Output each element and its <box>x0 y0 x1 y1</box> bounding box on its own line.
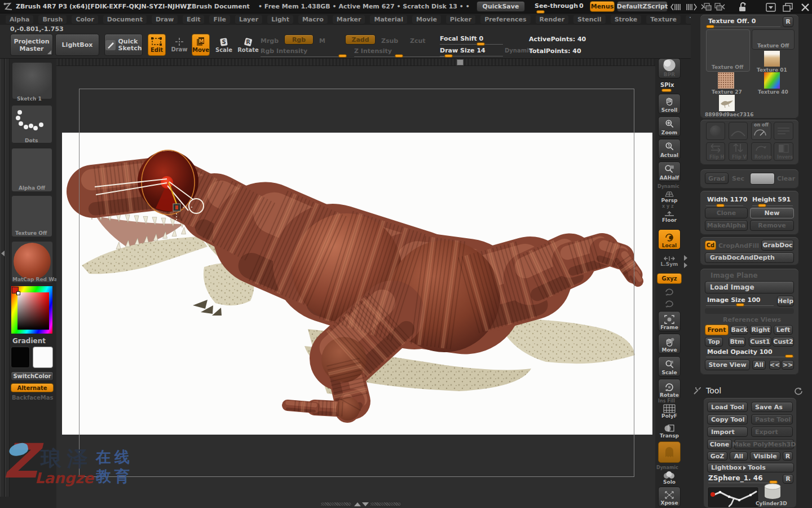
texture-hash-thumbnail[interactable] <box>719 95 735 111</box>
ghost-button[interactable] <box>658 441 681 463</box>
clone-tool-button[interactable]: Clone <box>707 439 732 449</box>
view-back-button[interactable]: Back <box>731 325 748 335</box>
left-divider-strip-1[interactable] <box>0 59 5 497</box>
copy-tool-button[interactable]: Copy Tool <box>707 414 748 424</box>
image-plane-header[interactable]: Image Plane <box>710 271 758 279</box>
menu-item-texture[interactable]: Texture <box>646 15 681 24</box>
draw-size-slider[interactable] <box>444 54 453 58</box>
xpose-button[interactable]: Xpose <box>658 487 681 507</box>
lightbox-tools-button[interactable]: Lightbox Tools <box>707 463 794 472</box>
z-intensity-slider[interactable] <box>395 54 403 58</box>
menu-item-picker[interactable]: Picker <box>446 15 475 24</box>
bottom-scroll-right[interactable] <box>370 502 401 506</box>
gradient-label[interactable]: Gradient <box>12 337 46 345</box>
left-collapse-arrow-icon[interactable] <box>1 251 5 256</box>
right-divider-arrow-2[interactable] <box>684 262 687 268</box>
switch-color-button[interactable]: SwitchColor <box>11 371 54 381</box>
next-view-button[interactable]: >> <box>782 360 794 370</box>
grabdoc-button[interactable]: GrabDoc <box>761 240 794 251</box>
scroll-down-icon[interactable] <box>362 502 369 506</box>
canvas-top-scroll-handle[interactable] <box>457 59 464 65</box>
texture-onoff-tile[interactable]: on off <box>751 122 771 140</box>
shelf-scale-button[interactable]: Scale <box>658 356 681 376</box>
rgb-intensity-track[interactable] <box>261 56 346 57</box>
export-button[interactable]: Export <box>751 427 793 437</box>
reference-views-header[interactable]: Reference Views <box>723 316 781 323</box>
make-alpha-button[interactable]: MakeAlpha <box>705 220 748 231</box>
backface-label[interactable]: BackfaceMas <box>12 395 53 401</box>
mrgb-toggle[interactable]: Mrgb <box>261 37 279 45</box>
goz-r-button[interactable]: R <box>783 452 793 461</box>
grad-button[interactable]: Grad <box>705 173 729 184</box>
sketch-thumbnail[interactable] <box>12 62 52 99</box>
menu-item-brush[interactable]: Brush <box>38 15 67 24</box>
clone-doc-button[interactable]: Clone <box>705 208 748 218</box>
sec-color-swatch[interactable] <box>750 173 775 185</box>
gxyz-button[interactable]: Gxyz <box>657 273 682 284</box>
import-button[interactable]: Import <box>707 427 748 437</box>
edit-button[interactable]: Edit <box>148 34 166 56</box>
store-view-button[interactable]: Store View <box>705 360 750 370</box>
floor-button[interactable]: Floor <box>658 208 681 223</box>
prev-view-button[interactable]: << <box>769 360 780 370</box>
invers-tile[interactable]: Invers <box>774 142 793 161</box>
spix-slider[interactable] <box>661 89 672 92</box>
crop-and-fill-button[interactable]: CropAndFill <box>718 242 759 249</box>
texture-40-thumbnail[interactable] <box>764 72 780 89</box>
scroll-button[interactable]: Scroll <box>658 94 681 114</box>
view-cust1-button[interactable]: Cust1 <box>749 337 771 347</box>
projection-master-button[interactable]: ProjectionMaster <box>10 34 53 56</box>
bpr-button[interactable]: BPR <box>658 58 681 78</box>
dock-left-icon[interactable] <box>701 2 712 12</box>
view-top-button[interactable]: Top <box>705 337 723 347</box>
solo-button[interactable]: Solo <box>658 470 681 485</box>
paste-tool-button[interactable]: Paste Tool <box>751 414 793 424</box>
scale-button[interactable]: S Scale <box>215 34 233 56</box>
tablet-left-icon[interactable] <box>670 2 683 12</box>
image-size-knob[interactable] <box>736 303 744 306</box>
scroll-up-icon[interactable] <box>354 502 361 506</box>
grabdoc-depth-button[interactable]: GrabDocAndDepth <box>705 252 794 263</box>
texture-sphere-tile[interactable] <box>706 122 725 140</box>
lightbox-button[interactable]: LightBox <box>55 34 99 56</box>
canvas-scene[interactable] <box>62 133 652 435</box>
menu-item-layer[interactable]: Layer <box>235 15 262 24</box>
focal-shift-slider[interactable] <box>476 42 485 46</box>
color-picker[interactable] <box>11 286 52 334</box>
texture-r-button[interactable]: R <box>783 16 793 27</box>
default-zscript-button[interactable]: DefaultZScript <box>617 1 668 12</box>
cd-button[interactable]: Cd <box>705 240 716 250</box>
tool-r-button[interactable]: R <box>783 474 793 484</box>
dynamic-label[interactable]: Dynamic <box>505 47 532 54</box>
shelf-move-button[interactable]: Move <box>658 334 681 354</box>
close-icon[interactable] <box>799 2 811 13</box>
right-divider-arrow-1[interactable] <box>684 255 687 261</box>
menu-item-movie[interactable]: Movie <box>412 15 441 24</box>
zoom-button[interactable]: Zoom <box>658 116 681 137</box>
cylinder3d-thumbnail[interactable] <box>762 483 783 500</box>
view-right-button[interactable]: Right <box>750 325 771 335</box>
menus-button[interactable]: Menus <box>590 1 615 12</box>
tool-header[interactable]: Tool <box>706 386 721 395</box>
flip-v-tile[interactable]: Flip V <box>729 142 748 161</box>
aahalf-button[interactable]: AAHalf <box>658 161 681 182</box>
transp-button[interactable]: Transp <box>658 422 681 439</box>
menu-item-light[interactable]: Light <box>267 15 293 24</box>
texture-slider-knob[interactable] <box>706 25 714 28</box>
move-button[interactable]: M Move <box>192 34 210 56</box>
restore-icon[interactable] <box>782 2 794 13</box>
view-cust2-button[interactable]: Cust2 <box>773 337 794 347</box>
menu-item-document[interactable]: Document <box>103 15 147 24</box>
gz-rotate-icon[interactable] <box>663 298 676 309</box>
lsym-button[interactable]: L.Sym <box>658 253 681 267</box>
menu-item-marker[interactable]: Marker <box>333 15 365 24</box>
view-btm-button[interactable]: Btm <box>729 337 745 347</box>
left-divider-strip-2[interactable] <box>5 59 10 497</box>
zsub-toggle[interactable]: Zsub <box>381 37 398 45</box>
height-knob[interactable] <box>758 204 766 207</box>
see-through-slider[interactable] <box>536 10 545 14</box>
goz-button[interactable]: GoZ <box>707 452 727 461</box>
remove-button[interactable]: Remove <box>750 220 794 231</box>
frame-button[interactable]: Frame <box>658 311 681 331</box>
quicksave-button[interactable]: QuickSave <box>476 1 525 12</box>
